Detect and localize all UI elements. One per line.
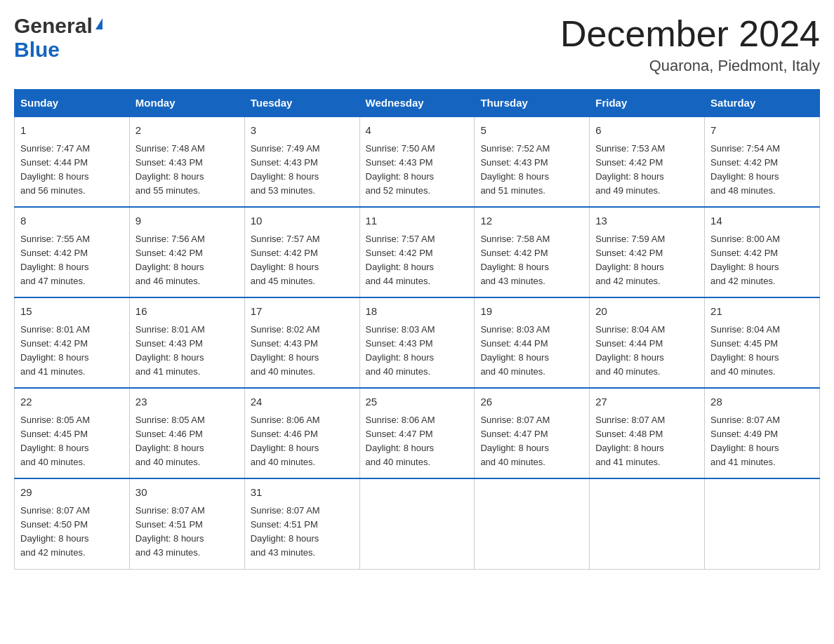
day-number: 4 — [366, 123, 469, 139]
day-info: Sunrise: 8:05 AMSunset: 4:45 PMDaylight:… — [20, 413, 124, 470]
calendar-cell: 25Sunrise: 8:06 AMSunset: 4:47 PMDayligh… — [359, 388, 475, 478]
calendar-cell: 9Sunrise: 7:56 AMSunset: 4:42 PMDaylight… — [129, 207, 244, 297]
calendar-cell: 12Sunrise: 7:58 AMSunset: 4:42 PMDayligh… — [475, 207, 590, 297]
week-row-3: 15Sunrise: 8:01 AMSunset: 4:42 PMDayligh… — [15, 297, 820, 388]
day-number: 5 — [480, 123, 583, 139]
day-number: 15 — [20, 304, 124, 320]
calendar-cell: 15Sunrise: 8:01 AMSunset: 4:42 PMDayligh… — [15, 297, 130, 388]
day-info: Sunrise: 7:54 AMSunset: 4:42 PMDaylight:… — [710, 142, 814, 199]
calendar-cell: 3Sunrise: 7:49 AMSunset: 4:43 PMDaylight… — [244, 116, 359, 207]
calendar-cell: 17Sunrise: 8:02 AMSunset: 4:43 PMDayligh… — [244, 297, 359, 388]
calendar-cell: 13Sunrise: 7:59 AMSunset: 4:42 PMDayligh… — [590, 207, 705, 297]
day-number: 24 — [251, 394, 354, 410]
header-saturday: Saturday — [705, 90, 820, 117]
calendar-cell — [359, 478, 475, 569]
day-number: 17 — [251, 304, 354, 320]
day-number: 7 — [710, 123, 814, 139]
calendar-cell: 16Sunrise: 8:01 AMSunset: 4:43 PMDayligh… — [129, 297, 244, 388]
day-info: Sunrise: 7:48 AMSunset: 4:43 PMDaylight:… — [135, 142, 239, 199]
logo-general-text: General — [14, 14, 93, 38]
day-info: Sunrise: 7:47 AMSunset: 4:44 PMDaylight:… — [20, 142, 124, 199]
calendar-cell: 23Sunrise: 8:05 AMSunset: 4:46 PMDayligh… — [129, 388, 244, 478]
day-info: Sunrise: 8:04 AMSunset: 4:44 PMDaylight:… — [595, 323, 699, 380]
calendar-cell: 4Sunrise: 7:50 AMSunset: 4:43 PMDaylight… — [359, 116, 475, 207]
day-number: 27 — [595, 394, 699, 410]
day-number: 11 — [366, 213, 469, 229]
day-info: Sunrise: 7:52 AMSunset: 4:43 PMDaylight:… — [480, 142, 583, 199]
day-info: Sunrise: 8:00 AMSunset: 4:42 PMDaylight:… — [710, 232, 814, 289]
header-friday: Friday — [590, 90, 705, 117]
calendar-cell: 7Sunrise: 7:54 AMSunset: 4:42 PMDaylight… — [705, 116, 820, 207]
logo-triangle-icon — [95, 18, 102, 29]
day-info: Sunrise: 7:53 AMSunset: 4:42 PMDaylight:… — [595, 142, 699, 199]
calendar-cell: 30Sunrise: 8:07 AMSunset: 4:51 PMDayligh… — [129, 478, 244, 569]
week-row-5: 29Sunrise: 8:07 AMSunset: 4:50 PMDayligh… — [15, 478, 820, 569]
day-info: Sunrise: 7:58 AMSunset: 4:42 PMDaylight:… — [480, 232, 583, 289]
calendar-cell — [590, 478, 705, 569]
calendar-cell: 20Sunrise: 8:04 AMSunset: 4:44 PMDayligh… — [590, 297, 705, 388]
day-info: Sunrise: 8:07 AMSunset: 4:51 PMDaylight:… — [251, 504, 354, 561]
title-area: December 2024 Quarona, Piedmont, Italy — [560, 14, 820, 75]
calendar-cell: 1Sunrise: 7:47 AMSunset: 4:44 PMDaylight… — [15, 116, 130, 207]
week-row-2: 8Sunrise: 7:55 AMSunset: 4:42 PMDaylight… — [15, 207, 820, 297]
calendar-cell: 24Sunrise: 8:06 AMSunset: 4:46 PMDayligh… — [244, 388, 359, 478]
calendar-table: SundayMondayTuesdayWednesdayThursdayFrid… — [14, 89, 820, 569]
day-info: Sunrise: 7:57 AMSunset: 4:42 PMDaylight:… — [366, 232, 469, 289]
calendar-cell: 31Sunrise: 8:07 AMSunset: 4:51 PMDayligh… — [244, 478, 359, 569]
day-info: Sunrise: 8:07 AMSunset: 4:48 PMDaylight:… — [595, 413, 699, 470]
day-number: 16 — [135, 304, 239, 320]
calendar-cell: 18Sunrise: 8:03 AMSunset: 4:43 PMDayligh… — [359, 297, 475, 388]
week-row-1: 1Sunrise: 7:47 AMSunset: 4:44 PMDaylight… — [15, 116, 820, 207]
header-sunday: Sunday — [15, 90, 130, 117]
day-number: 2 — [135, 123, 239, 139]
day-number: 31 — [251, 485, 354, 501]
day-number: 26 — [480, 394, 583, 410]
day-info: Sunrise: 8:03 AMSunset: 4:43 PMDaylight:… — [366, 323, 469, 380]
day-info: Sunrise: 7:57 AMSunset: 4:42 PMDaylight:… — [251, 232, 354, 289]
day-number: 19 — [480, 304, 583, 320]
week-row-4: 22Sunrise: 8:05 AMSunset: 4:45 PMDayligh… — [15, 388, 820, 478]
day-info: Sunrise: 8:07 AMSunset: 4:47 PMDaylight:… — [480, 413, 583, 470]
calendar-cell: 8Sunrise: 7:55 AMSunset: 4:42 PMDaylight… — [15, 207, 130, 297]
header-monday: Monday — [129, 90, 244, 117]
day-info: Sunrise: 7:55 AMSunset: 4:42 PMDaylight:… — [20, 232, 124, 289]
calendar-cell: 27Sunrise: 8:07 AMSunset: 4:48 PMDayligh… — [590, 388, 705, 478]
calendar-cell: 2Sunrise: 7:48 AMSunset: 4:43 PMDaylight… — [129, 116, 244, 207]
page-header: General Blue December 2024 Quarona, Pied… — [14, 14, 820, 75]
day-info: Sunrise: 7:49 AMSunset: 4:43 PMDaylight:… — [251, 142, 354, 199]
day-number: 21 — [710, 304, 814, 320]
calendar-cell: 22Sunrise: 8:05 AMSunset: 4:45 PMDayligh… — [15, 388, 130, 478]
day-info: Sunrise: 8:06 AMSunset: 4:46 PMDaylight:… — [251, 413, 354, 470]
day-info: Sunrise: 8:07 AMSunset: 4:51 PMDaylight:… — [135, 504, 239, 561]
day-number: 10 — [251, 213, 354, 229]
calendar-cell: 28Sunrise: 8:07 AMSunset: 4:49 PMDayligh… — [705, 388, 820, 478]
day-info: Sunrise: 7:50 AMSunset: 4:43 PMDaylight:… — [366, 142, 469, 199]
day-number: 9 — [135, 213, 239, 229]
day-number: 3 — [251, 123, 354, 139]
day-number: 14 — [710, 213, 814, 229]
day-number: 18 — [366, 304, 469, 320]
day-number: 25 — [366, 394, 469, 410]
calendar-cell — [705, 478, 820, 569]
day-info: Sunrise: 8:07 AMSunset: 4:50 PMDaylight:… — [20, 504, 124, 561]
day-number: 22 — [20, 394, 124, 410]
day-info: Sunrise: 8:05 AMSunset: 4:46 PMDaylight:… — [135, 413, 239, 470]
header-tuesday: Tuesday — [244, 90, 359, 117]
day-info: Sunrise: 8:04 AMSunset: 4:45 PMDaylight:… — [710, 323, 814, 380]
day-info: Sunrise: 7:56 AMSunset: 4:42 PMDaylight:… — [135, 232, 239, 289]
day-info: Sunrise: 8:07 AMSunset: 4:49 PMDaylight:… — [710, 413, 814, 470]
calendar-cell: 5Sunrise: 7:52 AMSunset: 4:43 PMDaylight… — [475, 116, 590, 207]
calendar-cell: 21Sunrise: 8:04 AMSunset: 4:45 PMDayligh… — [705, 297, 820, 388]
calendar-cell: 6Sunrise: 7:53 AMSunset: 4:42 PMDaylight… — [590, 116, 705, 207]
header-wednesday: Wednesday — [359, 90, 475, 117]
day-number: 6 — [595, 123, 699, 139]
page-subtitle: Quarona, Piedmont, Italy — [560, 57, 820, 75]
logo-blue-text: Blue — [14, 38, 60, 62]
logo: General Blue — [14, 14, 102, 62]
header-thursday: Thursday — [475, 90, 590, 117]
day-info: Sunrise: 8:02 AMSunset: 4:43 PMDaylight:… — [251, 323, 354, 380]
day-info: Sunrise: 8:01 AMSunset: 4:42 PMDaylight:… — [20, 323, 124, 380]
day-number: 1 — [20, 123, 124, 139]
header-row: SundayMondayTuesdayWednesdayThursdayFrid… — [15, 90, 820, 117]
day-number: 29 — [20, 485, 124, 501]
